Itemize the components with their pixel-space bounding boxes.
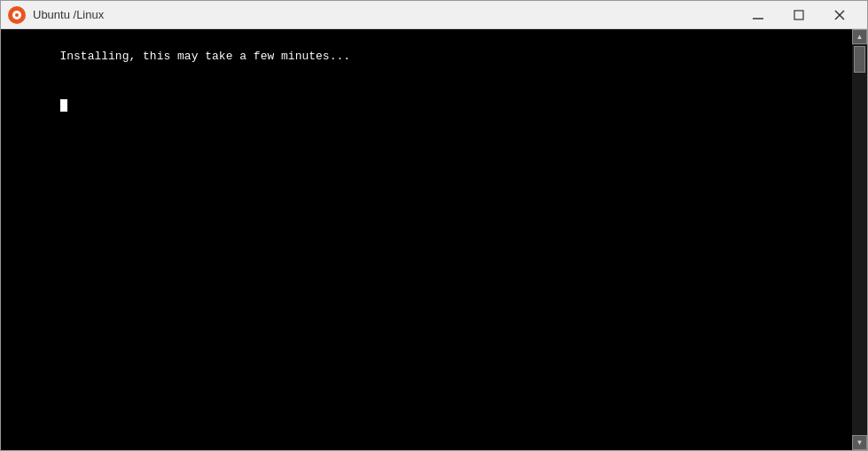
maximize-icon [794,10,804,20]
window-controls [738,1,860,29]
terminal-line-1: Installing, this may take a few minutes.… [59,50,350,63]
minimize-button[interactable] [738,1,778,29]
terminal-content[interactable]: Installing, this may take a few minutes.… [1,29,852,450]
ubuntu-icon [8,6,26,24]
scroll-thumb[interactable] [854,46,865,73]
scroll-track[interactable] [852,44,867,435]
window-title: Ubuntu /Linux [33,8,738,21]
app-window: Ubuntu /Linux Instal [0,0,868,451]
scroll-down-button[interactable]: ▼ [852,435,867,450]
scrollbar: ▲ ▼ [852,29,867,450]
close-button[interactable] [819,1,860,29]
maximize-button[interactable] [778,1,819,29]
terminal-cursor [60,99,67,112]
scroll-up-button[interactable]: ▲ [852,29,867,44]
svg-rect-1 [794,11,803,19]
terminal-container: Installing, this may take a few minutes.… [1,29,867,450]
terminal-output: Installing, this may take a few minutes.… [4,33,848,129]
close-icon [834,10,845,20]
title-bar: Ubuntu /Linux [1,1,867,29]
minimize-icon [753,10,763,20]
